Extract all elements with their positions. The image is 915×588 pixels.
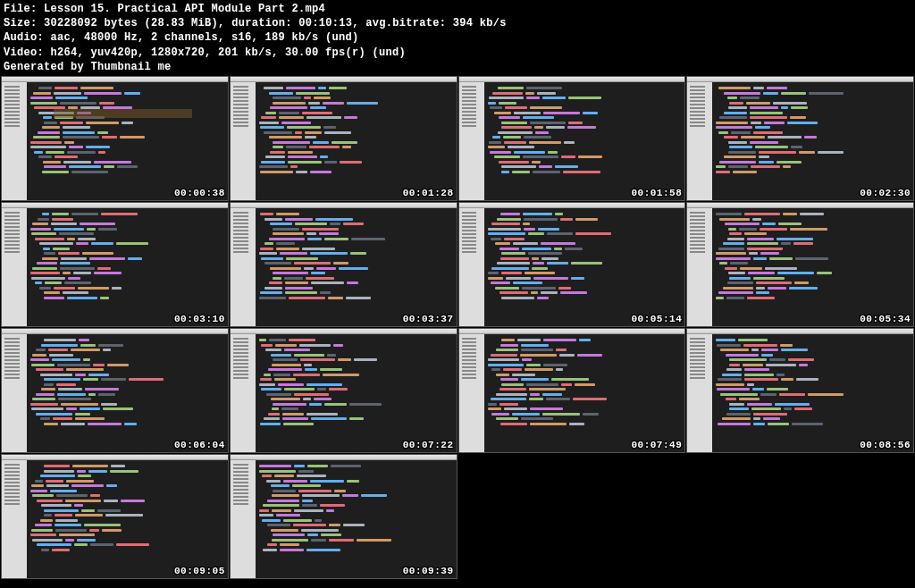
video-thumbnail: 00:00:38 — [1, 76, 229, 201]
thumbnail-grid: 00:00:38 00:01:28 00:01:58 00:02:30 00:0… — [0, 76, 915, 579]
code-editor — [484, 82, 685, 200]
audio-value: aac, 48000 Hz, 2 channels, s16, 189 kb/s… — [51, 31, 359, 44]
code-editor — [256, 460, 457, 578]
file-sidebar — [687, 208, 712, 326]
timestamp-label: 00:00:38 — [174, 188, 225, 198]
code-editor — [484, 208, 685, 326]
timestamp-label: 00:05:34 — [860, 314, 911, 324]
timestamp-label: 00:09:39 — [403, 566, 454, 576]
empty-cell — [686, 454, 914, 579]
code-editor — [27, 460, 228, 578]
size-unit: bytes — [105, 17, 139, 29]
timestamp-label: 00:09:05 — [174, 566, 225, 576]
file-sidebar — [687, 82, 712, 200]
code-editor — [256, 334, 457, 452]
size-line: Size: 30228092 bytes (28.83 MiB), durati… — [4, 16, 911, 30]
code-editor — [27, 334, 228, 452]
timestamp-label: 00:07:22 — [403, 440, 454, 450]
bitrate-value: 394 kb/s — [453, 17, 507, 29]
file-sidebar — [231, 82, 256, 200]
duration-label: duration: — [231, 17, 292, 29]
code-editor — [256, 82, 457, 200]
timestamp-label: 00:07:49 — [631, 440, 682, 450]
video-line: Video: h264, yuv420p, 1280x720, 201 kb/s… — [4, 46, 911, 60]
video-thumbnail: 00:05:14 — [458, 202, 686, 327]
timestamp-label: 00:01:28 — [403, 188, 454, 198]
video-label: Video: — [4, 46, 44, 59]
file-sidebar — [459, 208, 484, 326]
generated-line: Generated by Thumbnail me — [4, 60, 911, 74]
video-thumbnail: 00:06:04 — [1, 328, 229, 453]
timestamp-label: 00:05:14 — [631, 314, 682, 324]
empty-cell — [458, 454, 686, 579]
video-thumbnail: 00:08:56 — [686, 328, 914, 453]
video-thumbnail: 00:03:37 — [230, 202, 458, 327]
code-editor — [27, 82, 228, 200]
file-value: Lesson 15. Practical API Module Part 2.m… — [44, 3, 325, 15]
timestamp-label: 00:01:58 — [631, 188, 682, 198]
timestamp-label: 00:03:10 — [174, 314, 225, 324]
video-thumbnail: 00:02:30 — [686, 76, 914, 201]
video-thumbnail: 00:05:34 — [686, 202, 914, 327]
code-editor — [712, 208, 913, 326]
video-thumbnail: 00:07:49 — [458, 328, 686, 453]
file-sidebar — [231, 208, 256, 326]
file-sidebar — [231, 334, 256, 452]
file-sidebar — [231, 460, 256, 578]
timestamp-label: 00:06:04 — [174, 440, 225, 450]
code-editor — [712, 82, 913, 200]
file-sidebar — [459, 334, 484, 452]
code-editor — [712, 334, 913, 452]
video-thumbnail: 00:01:58 — [458, 76, 686, 201]
file-sidebar — [2, 82, 27, 200]
timestamp-label: 00:08:56 — [860, 440, 911, 450]
file-sidebar — [459, 82, 484, 200]
timestamp-label: 00:03:37 — [403, 314, 454, 324]
code-editor — [484, 334, 685, 452]
size-label: Size: — [4, 17, 38, 29]
file-sidebar — [687, 334, 712, 452]
audio-label: Audio: — [4, 31, 44, 44]
video-thumbnail: 00:03:10 — [1, 202, 229, 327]
bitrate-label: avg.bitrate: — [365, 17, 446, 29]
file-label: File: — [4, 3, 38, 15]
duration-value: 00:10:13, — [298, 17, 359, 29]
video-thumbnail: 00:01:28 — [230, 76, 458, 201]
video-thumbnail: 00:09:39 — [230, 454, 458, 579]
audio-line: Audio: aac, 48000 Hz, 2 channels, s16, 1… — [4, 30, 911, 45]
code-editor — [256, 208, 457, 326]
metadata-header: File: Lesson 15. Practical API Module Pa… — [0, 0, 915, 76]
video-value: h264, yuv420p, 1280x720, 201 kb/s, 30.00… — [51, 46, 407, 59]
file-sidebar — [2, 208, 27, 326]
file-sidebar — [2, 460, 27, 578]
size-bytes: 30228092 — [44, 17, 97, 29]
file-sidebar — [2, 334, 27, 452]
video-thumbnail: 00:09:05 — [1, 454, 229, 579]
code-editor — [27, 208, 228, 326]
generated-text: Generated by Thumbnail me — [4, 61, 172, 73]
file-line: File: Lesson 15. Practical API Module Pa… — [4, 2, 911, 16]
timestamp-label: 00:02:30 — [860, 188, 911, 198]
size-mib: (28.83 MiB), — [145, 17, 225, 29]
video-thumbnail: 00:07:22 — [230, 328, 458, 453]
